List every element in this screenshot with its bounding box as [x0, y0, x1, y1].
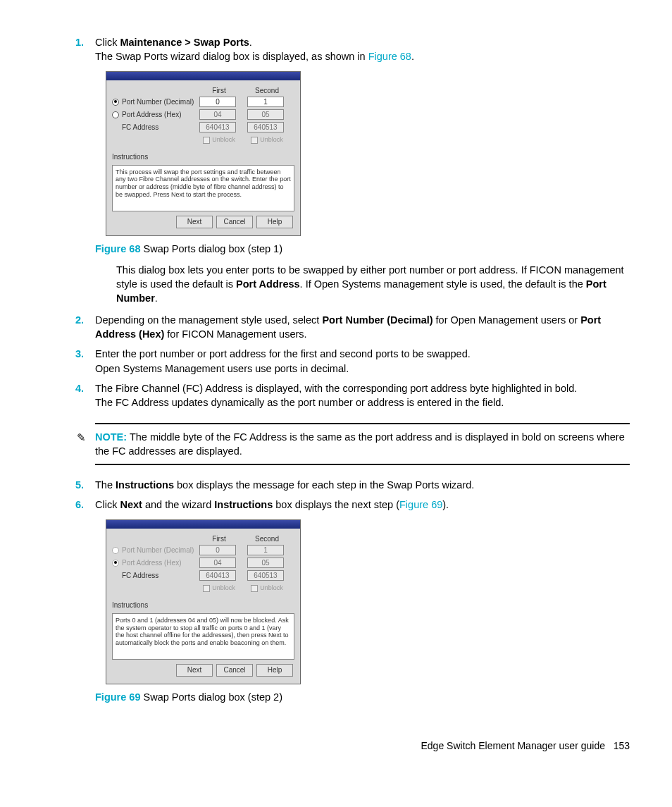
text: . If Open Systems management style is us… [300, 278, 586, 290]
instructions-box: Ports 0 and 1 (addresses 04 and 05) will… [112, 613, 294, 660]
radio-port-number[interactable] [112, 99, 119, 106]
col-second: Second [247, 534, 287, 544]
text: The Swap Ports wizard dialog box is disp… [95, 51, 368, 62]
step-number: 2. [75, 313, 84, 327]
figure-link-69[interactable]: Figure 69 [399, 499, 442, 510]
note-label: NOTE: [95, 431, 127, 443]
instructions-label: Instructions [112, 152, 294, 162]
checkbox-icon [203, 585, 210, 592]
note-icon: ✎ [77, 430, 86, 445]
step-2: 2. Depending on the management style use… [95, 313, 630, 342]
first-port-address-field: 04 [199, 557, 236, 568]
text: The Fibre Channel (FC) Address is displa… [95, 383, 577, 394]
figure-label: Figure 69 [95, 691, 140, 703]
second-fc-address-field: 640513 [247, 122, 284, 133]
text-bold: Instructions [214, 499, 273, 510]
step-number: 1. [75, 35, 84, 49]
step-number: 6. [75, 498, 84, 512]
figure-text: Swap Ports dialog box (step 1) [140, 243, 282, 254]
instructions-box: This process will swap the port settings… [112, 165, 294, 211]
first-fc-address-field: 640413 [199, 570, 236, 581]
text-bold: Next [120, 499, 142, 510]
checkbox-icon [251, 585, 258, 592]
second-unblock: Unblock [247, 135, 287, 144]
text: . [249, 37, 252, 48]
dialog-titlebar [106, 520, 300, 529]
figure-link-68[interactable]: Figure 68 [368, 51, 411, 62]
text: ). [442, 499, 449, 510]
page-footer: Edge Switch Element Manager user guide 1… [42, 739, 630, 753]
note-block: ✎ NOTE: The middle byte of the FC Addres… [95, 430, 630, 459]
text: Enter the port number or port address fo… [95, 348, 471, 359]
second-port-address-field: 05 [247, 557, 284, 568]
first-port-number-field: 0 [199, 545, 236, 555]
second-fc-address-field: 640513 [247, 570, 284, 581]
step-4: 4. The Fibre Channel (FC) Address is dis… [95, 381, 630, 410]
text-bold: Instructions [116, 479, 174, 491]
page-number: 153 [614, 740, 630, 751]
figure-label: Figure 68 [95, 243, 140, 254]
paragraph-intro: This dialog box lets you enter ports to … [116, 263, 630, 306]
dialog-header-row: First Second [112, 86, 294, 96]
second-port-address-field: 05 [247, 109, 284, 120]
step-5: 5. The Instructions box displays the mes… [95, 478, 630, 492]
first-port-number-field[interactable]: 0 [199, 97, 236, 107]
text: box displays the next step ( [273, 499, 399, 510]
row-port-address: Port Address (Hex) [112, 558, 199, 568]
radio-port-number [112, 547, 119, 554]
text: and the wizard [142, 499, 214, 510]
swap-ports-dialog-step1: First Second Port Number (Decimal) 0 1 P… [106, 71, 301, 236]
next-button[interactable]: Next [176, 664, 213, 677]
col-second: Second [247, 86, 287, 96]
text: Open Systems Management users use ports … [95, 363, 349, 374]
swap-ports-dialog-step2: First Second Port Number (Decimal) 0 1 P… [106, 519, 301, 684]
step-number: 3. [75, 347, 84, 361]
row-port-address[interactable]: Port Address (Hex) [112, 110, 199, 120]
first-unblock: Unblock [199, 135, 239, 144]
col-first: First [199, 86, 239, 96]
note-rule-top [95, 423, 630, 424]
row-fc-address: FC Address [112, 571, 199, 581]
figure-69-caption: Figure 69 Swap Ports dialog box (step 2) [95, 690, 630, 704]
text: for FICON Management users. [164, 328, 306, 340]
help-button[interactable]: Help [256, 216, 293, 228]
text: . [411, 51, 414, 62]
radio-port-address [112, 560, 119, 567]
text: The FC Address updates dynamically as th… [95, 397, 504, 408]
step-3: 3. Enter the port number or port address… [95, 347, 630, 376]
next-button[interactable]: Next [176, 216, 213, 228]
checkbox-icon [251, 137, 258, 144]
first-unblock: Unblock [199, 584, 239, 593]
text: The [95, 479, 116, 491]
step-1: 1. Click Maintenance > Swap Ports. The S… [95, 35, 630, 64]
cancel-button[interactable]: Cancel [216, 664, 253, 677]
row-port-number: Port Number (Decimal) [112, 546, 199, 555]
text: Click [95, 37, 120, 48]
radio-port-address[interactable] [112, 111, 119, 118]
figure-68-caption: Figure 68 Swap Ports dialog box (step 1) [95, 242, 630, 256]
note-text: The middle byte of the FC Address is the… [95, 431, 625, 457]
text-bold: Port Number (Decimal) [322, 314, 433, 326]
row-port-number[interactable]: Port Number (Decimal) [112, 97, 199, 107]
step-number: 4. [75, 381, 84, 395]
text: Click [95, 499, 120, 510]
col-first: First [199, 534, 239, 544]
text: . [155, 292, 158, 304]
text: for Open Management users or [433, 314, 581, 326]
footer-title: Edge Switch Element Manager user guide [421, 740, 604, 751]
second-port-number-field: 1 [247, 545, 284, 555]
text: Depending on the management style used, … [95, 314, 322, 326]
second-unblock: Unblock [247, 584, 287, 593]
instructions-label: Instructions [112, 600, 294, 610]
help-button[interactable]: Help [256, 664, 293, 677]
step-6: 6. Click Next and the wizard Instruction… [95, 498, 630, 512]
dialog-titlebar [106, 72, 300, 80]
figure-text: Swap Ports dialog box (step 2) [140, 691, 282, 703]
step-text: Click Maintenance > Swap Ports. The Swap… [95, 35, 630, 64]
dialog-header-row: First Second [112, 534, 294, 544]
note-rule-bottom [95, 464, 630, 465]
cancel-button[interactable]: Cancel [216, 216, 253, 228]
menu-path: Maintenance > Swap Ports [120, 37, 249, 48]
text-bold: Port Address [236, 278, 300, 290]
second-port-number-field[interactable]: 1 [247, 97, 284, 107]
